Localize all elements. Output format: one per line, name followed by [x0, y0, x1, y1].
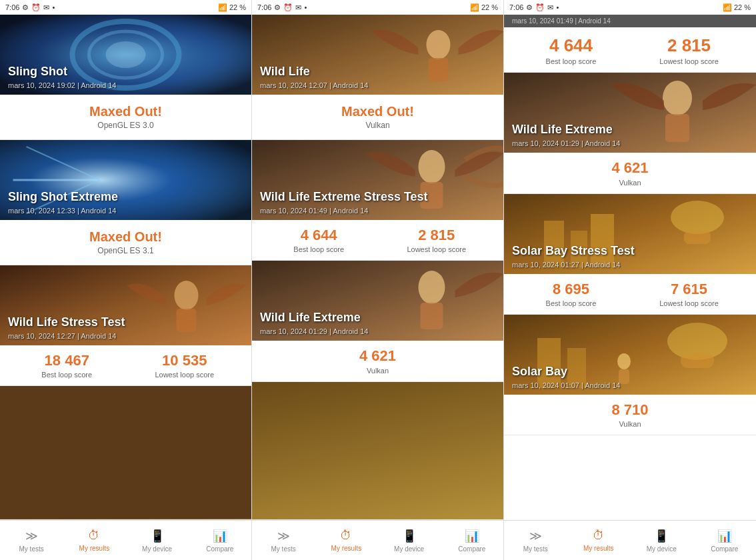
sling-shot-body: Maxed Out! OpenGL ES 3.0 — [0, 95, 251, 139]
nav-compare-3[interactable]: 📊 Compare — [693, 521, 757, 560]
dot-icon-2: • — [304, 3, 307, 11]
wild-life-stress-date: mars 10, 2024 12:27 | Android 14 — [8, 332, 116, 340]
card-wild-life[interactable]: Wild Life mars 10, 2024 12:07 | Android … — [252, 15, 503, 140]
solar-bay-stress-title: Solar Bay Stress Test — [512, 244, 635, 258]
sling-shot-extreme-title: Sling Shot Extreme — [8, 190, 118, 204]
mail-icon-2: ✉ — [295, 3, 301, 12]
card-wild-life-stress[interactable]: Wild Life Stress Test mars 10, 2024 12:2… — [0, 265, 251, 386]
sling-shot-extreme-date: mars 10, 2024 12:33 | Android 14 — [8, 207, 116, 215]
card-image-wild-life: Wild Life mars 10, 2024 12:07 | Android … — [252, 15, 503, 95]
nav-my-tests-1[interactable]: ≫ My tests — [0, 521, 63, 560]
lowest-score-value: 10 535 — [126, 352, 244, 369]
top-lowest-score-label: Lowest loop score — [630, 57, 748, 65]
solar-bay-lowest-value: 7 615 — [630, 281, 748, 298]
card-wl-extreme-stress[interactable]: Wild Life Extreme Stress Test mars 10, 2… — [252, 140, 503, 261]
solar-bay-score-value: 8 710 — [512, 401, 748, 419]
wl-extreme-col3-score-block: 4 621 Vulkan — [512, 159, 748, 186]
my-results-label-3: My results — [583, 545, 614, 552]
time-3: 7:06 — [509, 3, 523, 11]
wl-extreme-stress-body: 4 644 Best loop score 2 815 Lowest loop … — [252, 220, 503, 260]
card-solar-bay-stress[interactable]: Solar Bay Stress Test mars 10, 2024 01:2… — [504, 194, 756, 315]
solar-bay-score-block: 8 710 Vulkan — [512, 401, 748, 428]
wl-extreme-score-row: 4 621 Vulkan — [260, 347, 495, 374]
my-tests-label-3: My tests — [523, 545, 548, 553]
card-image-wl-extreme-col3: Wild Life Extreme mars 10, 2024 01:29 | … — [504, 73, 756, 153]
column-1: Sling Shot mars 10, 2024 19:02 | Android… — [0, 15, 252, 520]
card-top-strip: mars 10, 2024 01:49 | Android 14 — [504, 15, 756, 27]
wl-extreme-score-label: Vulkan — [260, 367, 495, 375]
svg-point-9 — [175, 281, 199, 310]
wild-life-title: Wild Life — [260, 65, 310, 79]
svg-rect-14 — [429, 58, 449, 81]
svg-rect-30 — [684, 231, 711, 244]
card-partial-2[interactable] — [252, 382, 503, 520]
compare-label-3: Compare — [711, 545, 738, 553]
wl-extreme-body: 4 621 Vulkan — [252, 341, 503, 381]
gear-icon-1: ⚙ — [22, 3, 29, 12]
svg-point-16 — [419, 150, 445, 183]
sling-shot-extreme-maxed: Maxed Out! — [8, 227, 243, 246]
wild-life-date: mars 10, 2024 12:07 | Android 14 — [260, 81, 368, 89]
my-device-label-3: My device — [647, 545, 677, 553]
my-results-icon-3: ⏱ — [593, 529, 605, 543]
status-bars: 7:06 ⚙ ⏰ ✉ • 📶 22 % 7:06 ⚙ ⏰ ✉ • 📶 22 % … — [0, 0, 756, 15]
sling-shot-extreme-body: Maxed Out! OpenGL ES 3.1 — [0, 220, 251, 265]
my-tests-label-1: My tests — [19, 545, 44, 553]
svg-point-23 — [663, 81, 692, 115]
main-content: Sling Shot mars 10, 2024 19:02 | Android… — [0, 15, 756, 520]
top-best-score-label: Best loop score — [512, 57, 630, 65]
battery-1: 22 % — [229, 3, 246, 11]
sling-shot-maxed: Maxed Out! — [8, 101, 243, 121]
alarm-icon-2: ⏰ — [283, 3, 293, 12]
battery-2: 22 % — [481, 3, 498, 11]
sling-shot-tech: OpenGL ES 3.0 — [8, 121, 243, 133]
compare-icon-1: 📊 — [213, 529, 227, 543]
time-1: 7:06 — [5, 3, 19, 11]
svg-rect-20 — [421, 303, 443, 329]
nav-my-results-2[interactable]: ⏱ My results — [315, 521, 377, 560]
nav-my-results-3[interactable]: ⏱ My results — [567, 521, 631, 560]
card-solar-bay[interactable]: Solar Bay mars 10, 2024 01:07 | Android … — [504, 315, 756, 435]
card-image-sling-shot: Sling Shot mars 10, 2024 19:02 | Android… — [0, 15, 251, 95]
my-results-label-2: My results — [331, 545, 362, 552]
svg-rect-10 — [177, 309, 197, 332]
nav-my-device-2[interactable]: 📱 My device — [378, 521, 441, 560]
my-tests-label-2: My tests — [271, 545, 296, 553]
best-score-value-2: 4 644 — [260, 227, 378, 244]
my-device-label-2: My device — [394, 545, 424, 553]
compare-label-1: Compare — [206, 545, 233, 553]
my-device-icon-1: 📱 — [150, 529, 165, 543]
wild-life-tech: Vulkan — [260, 121, 495, 133]
battery-3: 22 % — [734, 3, 751, 11]
nav-my-tests-3[interactable]: ≫ My tests — [504, 521, 567, 560]
signal-icon-1: 📶 — [218, 3, 227, 12]
nav-my-tests-2[interactable]: ≫ My tests — [252, 521, 315, 560]
dot-icon-3: • — [556, 3, 559, 11]
nav-my-device-1[interactable]: 📱 My device — [126, 521, 189, 560]
nav-my-device-3[interactable]: 📱 My device — [630, 521, 693, 560]
card-wl-extreme-stress-col3[interactable]: mars 10, 2024 01:49 | Android 14 4 644 B… — [504, 15, 756, 73]
card-image-wl-extreme: Wild Life Extreme mars 10, 2024 01:29 | … — [252, 261, 503, 341]
wild-life-stress-title: Wild Life Stress Test — [8, 315, 125, 329]
card-wl-extreme-col3[interactable]: Wild Life Extreme mars 10, 2024 01:29 | … — [504, 73, 756, 193]
my-tests-icon-2: ≫ — [277, 529, 290, 543]
column-2: Wild Life mars 10, 2024 12:07 | Android … — [252, 15, 504, 520]
card-image-wild-life-stress: Wild Life Stress Test mars 10, 2024 12:2… — [0, 265, 251, 345]
status-panel-1: 7:06 ⚙ ⏰ ✉ • 📶 22 % — [0, 0, 252, 15]
solar-bay-score-label: Vulkan — [512, 420, 748, 428]
card-partial-1[interactable] — [0, 386, 251, 520]
card-image-solar-bay: Solar Bay mars 10, 2024 01:07 | Android … — [504, 315, 756, 395]
svg-point-36 — [617, 353, 631, 369]
card-sling-shot[interactable]: Sling Shot mars 10, 2024 19:02 | Android… — [0, 15, 251, 140]
compare-label-2: Compare — [458, 545, 485, 553]
nav-panel-2: ≫ My tests ⏱ My results 📱 My device 📊 Co… — [252, 521, 504, 560]
card-image-wl-extreme-stress: Wild Life Extreme Stress Test mars 10, 2… — [252, 140, 503, 220]
lowest-score-value-2: 2 815 — [378, 227, 496, 244]
nav-compare-1[interactable]: 📊 Compare — [189, 521, 251, 560]
nav-compare-2[interactable]: 📊 Compare — [441, 521, 503, 560]
solar-bay-lowest-block: 7 615 Lowest loop score — [630, 281, 748, 307]
card-image-partial-1 — [0, 386, 251, 519]
card-wl-extreme[interactable]: Wild Life Extreme mars 10, 2024 01:29 | … — [252, 261, 503, 381]
nav-my-results-1[interactable]: ⏱ My results — [63, 521, 125, 560]
card-sling-shot-extreme[interactable]: Sling Shot Extreme mars 10, 2024 12:33 |… — [0, 140, 251, 265]
